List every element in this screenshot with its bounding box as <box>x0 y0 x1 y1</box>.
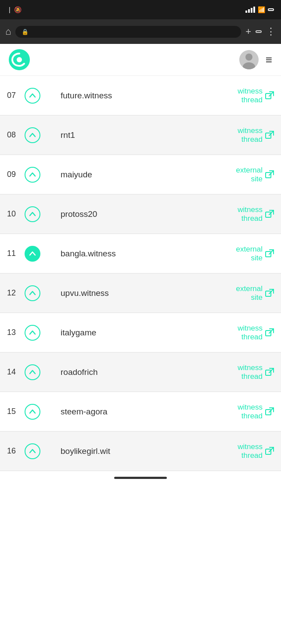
lock-icon: 🔒 <box>22 29 29 35</box>
link-cell[interactable]: witnessthread <box>202 80 281 112</box>
witness-link[interactable]: witnessthread <box>209 443 274 460</box>
link-cell[interactable]: witnessthread <box>202 435 281 467</box>
witness-link[interactable]: externalsite <box>209 245 274 263</box>
witness-name: maiyude <box>57 163 202 187</box>
vote-button[interactable] <box>25 404 40 420</box>
rank-cell: 14 <box>0 357 57 387</box>
link-label: externalsite <box>236 245 263 263</box>
vote-button[interactable] <box>25 285 40 301</box>
rank-cell: 11 <box>0 239 57 269</box>
witness-name: bangla.witness <box>57 242 202 266</box>
witness-link[interactable]: externalsite <box>209 284 274 302</box>
rank-number: 12 <box>7 288 20 298</box>
table-row: 10 protoss20 witnessthread <box>0 194 281 234</box>
link-label: witnessthread <box>238 363 263 381</box>
link-cell[interactable]: externalsite <box>202 277 281 309</box>
witness-name: italygame <box>57 321 202 345</box>
vote-button[interactable] <box>25 206 40 222</box>
avatar[interactable] <box>239 50 259 69</box>
status-right: 📶 <box>245 6 274 13</box>
witness-name: rnt1 <box>57 123 202 147</box>
vote-button[interactable] <box>25 127 40 143</box>
witness-link[interactable]: witnessthread <box>209 205 274 223</box>
witness-list: 07 future.witness witnessthread <box>0 76 281 471</box>
hamburger-menu-button[interactable]: ≡ <box>266 53 272 67</box>
bottom-bar <box>0 471 281 484</box>
rank-number: 14 <box>7 367 20 377</box>
rank-number: 08 <box>7 130 20 140</box>
add-tab-button[interactable]: + <box>245 26 251 37</box>
vote-button[interactable] <box>25 443 40 459</box>
external-link-icon <box>265 91 274 100</box>
svg-rect-13 <box>266 252 271 257</box>
external-link-icon <box>265 289 274 298</box>
witness-name: protoss20 <box>57 202 202 226</box>
svg-rect-23 <box>266 449 271 454</box>
link-label: witnessthread <box>238 87 263 104</box>
link-label: witnessthread <box>238 403 263 421</box>
vote-button[interactable] <box>25 88 40 104</box>
svg-rect-11 <box>266 212 271 217</box>
svg-rect-9 <box>266 173 271 178</box>
table-row: 09 maiyude externalsite <box>0 155 281 194</box>
status-bar: | 🔕 📶 <box>0 0 281 19</box>
vote-button[interactable] <box>25 364 40 380</box>
external-link-icon <box>265 407 274 416</box>
vote-button[interactable] <box>25 167 40 183</box>
header-right: ≡ <box>239 50 272 69</box>
link-label: externalsite <box>236 284 263 302</box>
link-cell[interactable]: externalsite <box>202 238 281 270</box>
link-cell[interactable]: witnessthread <box>202 198 281 230</box>
witness-link[interactable]: witnessthread <box>209 87 274 104</box>
witness-link[interactable]: witnessthread <box>209 363 274 381</box>
rank-number: 07 <box>7 91 20 100</box>
avatar-image <box>239 50 259 69</box>
rank-number: 11 <box>7 249 20 258</box>
witness-name: boylikegirl.wit <box>57 439 202 463</box>
mute-icon: 🔕 <box>14 6 22 13</box>
link-label: witnessthread <box>238 126 263 144</box>
svg-rect-7 <box>266 133 271 138</box>
link-cell[interactable]: witnessthread <box>202 119 281 151</box>
witness-name: upvu.witness <box>57 281 202 305</box>
browser-home-icon[interactable]: ⌂ <box>5 26 11 37</box>
link-label: witnessthread <box>238 205 263 223</box>
rank-cell: 15 <box>0 397 57 427</box>
logo-area <box>9 49 34 70</box>
steemit-logo-icon <box>9 49 30 70</box>
external-link-icon <box>265 328 274 337</box>
svg-rect-5 <box>266 94 271 99</box>
rank-cell: 10 <box>0 199 57 229</box>
link-cell[interactable]: witnessthread <box>202 356 281 388</box>
app-header: ≡ <box>0 44 281 76</box>
rank-number: 15 <box>7 407 20 416</box>
external-link-icon <box>265 210 274 219</box>
link-cell[interactable]: witnessthread <box>202 317 281 349</box>
witness-link[interactable]: witnessthread <box>209 403 274 421</box>
witness-link[interactable]: witnessthread <box>209 324 274 342</box>
vote-button[interactable] <box>25 325 40 341</box>
external-link-icon <box>265 131 274 140</box>
link-label: witnessthread <box>238 324 263 342</box>
signal-icon <box>245 7 255 13</box>
table-row: 08 rnt1 witnessthread <box>0 115 281 155</box>
table-row: 15 steem-agora witnessthread <box>0 392 281 432</box>
rank-number: 09 <box>7 170 20 179</box>
witness-link[interactable]: externalsite <box>209 166 274 183</box>
rank-number: 16 <box>7 446 20 456</box>
rank-number: 10 <box>7 209 20 219</box>
battery-display <box>268 8 274 11</box>
table-row: 14 roadofrich witnessthread <box>0 353 281 392</box>
link-cell[interactable]: externalsite <box>202 159 281 191</box>
witness-name: future.witness <box>57 84 202 108</box>
witness-link[interactable]: witnessthread <box>209 126 274 144</box>
speed-display: | <box>9 6 11 13</box>
home-indicator <box>114 477 167 479</box>
tab-count[interactable] <box>256 30 262 33</box>
wifi-icon: 📶 <box>258 6 265 13</box>
url-box[interactable]: 🔒 <box>15 26 241 38</box>
browser-menu-button[interactable]: ⋮ <box>266 26 276 37</box>
vote-button[interactable] <box>25 246 40 262</box>
link-label: externalsite <box>236 166 263 183</box>
link-cell[interactable]: witnessthread <box>202 396 281 428</box>
